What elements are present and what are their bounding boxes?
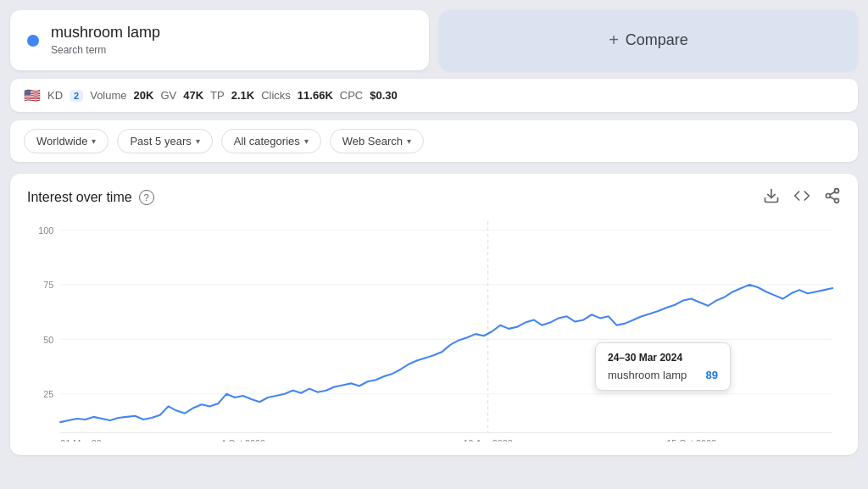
share-icon bbox=[824, 187, 841, 204]
svg-text:10 Apr 2022: 10 Apr 2022 bbox=[464, 438, 513, 442]
search-term-text: mushroom lamp Search term bbox=[51, 24, 160, 57]
tp-label: TP bbox=[210, 89, 225, 102]
volume-value: 20K bbox=[134, 89, 154, 102]
search-type-label: Web Search bbox=[342, 135, 403, 147]
volume-label: Volume bbox=[90, 89, 126, 102]
cpc-label: CPC bbox=[340, 89, 363, 102]
clicks-label: Clicks bbox=[261, 89, 291, 102]
tooltip-row: mushroom lamp 89 bbox=[608, 369, 718, 381]
tooltip-date: 24–30 Mar 2024 bbox=[608, 352, 718, 364]
categories-filter[interactable]: All categories ▾ bbox=[221, 129, 321, 153]
worldwide-chevron: ▾ bbox=[92, 136, 96, 146]
search-type-filter[interactable]: Web Search ▾ bbox=[330, 129, 424, 153]
chart-header: Interest over time ? bbox=[27, 187, 841, 208]
svg-line-5 bbox=[830, 192, 835, 194]
svg-text:100: 100 bbox=[38, 225, 53, 235]
search-term-dot bbox=[27, 35, 39, 47]
chart-area: 100 75 50 25 31 Mar 20... 4 Oct 2020 10 … bbox=[27, 221, 841, 442]
keyword-title: mushroom lamp bbox=[51, 24, 160, 42]
code-button[interactable] bbox=[793, 187, 810, 208]
compare-card[interactable]: + Compare bbox=[439, 10, 858, 70]
metrics-bar: 🇺🇸 KD 2 Volume 20K GV 47K TP 2.1K Clicks… bbox=[10, 79, 858, 112]
compare-label: Compare bbox=[626, 31, 688, 49]
gv-value: 47K bbox=[183, 89, 203, 102]
chart-title-group: Interest over time ? bbox=[27, 190, 154, 205]
code-icon bbox=[793, 187, 810, 204]
categories-label: All categories bbox=[234, 135, 300, 147]
chart-card: Interest over time ? bbox=[10, 174, 858, 455]
time-range-label: Past 5 years bbox=[130, 135, 191, 147]
time-range-chevron: ▾ bbox=[196, 136, 200, 146]
clicks-value: 11.66K bbox=[298, 89, 333, 102]
search-type-chevron: ▾ bbox=[407, 136, 411, 146]
gv-label: GV bbox=[160, 89, 176, 102]
download-button[interactable] bbox=[763, 187, 780, 208]
search-term-card: mushroom lamp Search term bbox=[10, 10, 429, 70]
tp-value: 2.1K bbox=[231, 89, 254, 102]
svg-text:25: 25 bbox=[43, 389, 53, 399]
chart-tooltip: 24–30 Mar 2024 mushroom lamp 89 bbox=[595, 342, 731, 391]
svg-text:15 Oct 2023: 15 Oct 2023 bbox=[666, 438, 716, 442]
svg-text:50: 50 bbox=[43, 334, 53, 344]
keyword-subtitle: Search term bbox=[51, 44, 106, 56]
country-flag: 🇺🇸 bbox=[24, 87, 41, 103]
worldwide-label: Worldwide bbox=[36, 135, 87, 147]
kd-label: KD bbox=[47, 89, 63, 102]
kd-badge: 2 bbox=[70, 90, 83, 102]
svg-text:4 Oct 2020: 4 Oct 2020 bbox=[220, 438, 265, 442]
time-range-filter[interactable]: Past 5 years ▾ bbox=[117, 129, 212, 153]
svg-line-4 bbox=[830, 197, 835, 199]
svg-text:31 Mar 20...: 31 Mar 20... bbox=[60, 438, 108, 442]
filters-bar: Worldwide ▾ Past 5 years ▾ All categorie… bbox=[10, 120, 858, 162]
chart-actions bbox=[763, 187, 841, 208]
tooltip-value: 89 bbox=[706, 369, 718, 381]
chart-svg: 100 75 50 25 31 Mar 20... 4 Oct 2020 10 … bbox=[27, 221, 841, 442]
cpc-value: $0.30 bbox=[370, 89, 398, 102]
compare-plus: + bbox=[609, 31, 619, 50]
help-icon[interactable]: ? bbox=[139, 190, 154, 205]
share-button[interactable] bbox=[824, 187, 841, 208]
categories-chevron: ▾ bbox=[304, 136, 309, 146]
chart-title: Interest over time bbox=[27, 190, 132, 205]
svg-text:75: 75 bbox=[43, 280, 53, 290]
worldwide-filter[interactable]: Worldwide ▾ bbox=[24, 129, 108, 153]
tooltip-term: mushroom lamp bbox=[608, 369, 687, 381]
download-icon bbox=[763, 187, 780, 204]
